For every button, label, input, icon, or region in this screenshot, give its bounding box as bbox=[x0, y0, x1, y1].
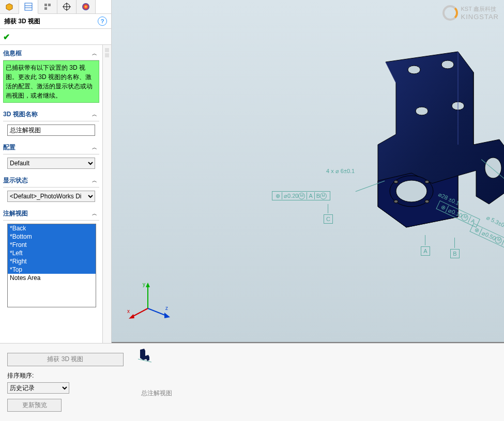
svg-rect-5 bbox=[44, 7, 47, 10]
mmc-modifier-icon: M bbox=[494, 236, 503, 244]
manager-tabstrip bbox=[0, 0, 111, 14]
section-info-header[interactable]: 信息框 ︿ bbox=[3, 47, 99, 60]
svg-point-17 bbox=[425, 180, 429, 183]
target-icon bbox=[62, 2, 71, 11]
list-item[interactable]: Notes Area bbox=[8, 274, 96, 282]
fcf-tolerance: ⌀0.20 bbox=[284, 193, 298, 199]
feature-control-frame-1: ⊕ ⌀0.20M A BM bbox=[272, 191, 330, 200]
panel-title: 捕获 3D 视图 bbox=[4, 17, 40, 26]
display-state-select[interactable]: <Default>_PhotoWorks Di bbox=[7, 191, 95, 202]
section-configuration-title: 配置 bbox=[3, 143, 16, 152]
list-item[interactable]: *Right bbox=[8, 257, 96, 266]
triad-x-label: x bbox=[127, 308, 130, 314]
watermark-line1: KST 鑫辰科技 bbox=[461, 5, 499, 13]
property-manager-panel: 捕获 3D 视图 ? ✔ 信息框 ︿ 已捕获带有以下设置的 3D 视图。更改此 … bbox=[0, 0, 112, 343]
gutter-square-icon bbox=[105, 53, 109, 57]
view-orientation-triad: y x z bbox=[127, 280, 174, 326]
datum-label: A bbox=[421, 246, 430, 256]
section-display-state: 显示状态 ︿ <Default>_PhotoWorks Di bbox=[3, 174, 99, 202]
svg-marker-25 bbox=[146, 283, 150, 287]
configuration-select[interactable]: Default bbox=[7, 158, 95, 169]
tab-configuration-manager[interactable] bbox=[38, 0, 57, 13]
section-info-title: 信息框 bbox=[3, 49, 22, 58]
appearance-icon bbox=[81, 2, 90, 11]
svg-point-20 bbox=[485, 158, 501, 178]
part-model bbox=[355, 41, 504, 238]
svg-point-18 bbox=[394, 200, 398, 203]
property-icon bbox=[24, 2, 33, 11]
svg-rect-3 bbox=[44, 4, 47, 6]
datum-label: B bbox=[450, 249, 460, 258]
svg-point-19 bbox=[425, 200, 429, 203]
list-item[interactable]: *Bottom bbox=[8, 232, 96, 241]
svg-point-9 bbox=[82, 3, 89, 10]
section-view-name: 3D 视图名称 ︿ bbox=[3, 108, 99, 136]
svg-rect-4 bbox=[48, 4, 51, 6]
kingstar-logo-icon bbox=[442, 5, 458, 21]
view-name-input[interactable] bbox=[7, 124, 95, 136]
watermark-line2: KINGSTAR bbox=[461, 13, 499, 21]
mmc-modifier-icon: M bbox=[461, 213, 469, 222]
tab-property-manager[interactable] bbox=[19, 0, 38, 14]
triad-z-label: z bbox=[165, 305, 168, 311]
info-message: 已捕获带有以下设置的 3D 视图。更改此 3D 视图的名称、激活的配置、激活的显… bbox=[3, 60, 99, 103]
svg-point-11 bbox=[441, 60, 454, 69]
help-icon[interactable]: ? bbox=[98, 17, 107, 26]
chevron-up-icon: ︿ bbox=[92, 111, 99, 118]
section-view-name-header[interactable]: 3D 视图名称 ︿ bbox=[3, 108, 99, 121]
chevron-up-icon: ︿ bbox=[92, 50, 99, 57]
svg-marker-27 bbox=[129, 314, 134, 319]
capture-3d-view-button[interactable]: 捕获 3D 视图 bbox=[7, 353, 124, 366]
list-item[interactable]: *Front bbox=[8, 241, 96, 249]
ok-check-icon[interactable]: ✔ bbox=[3, 32, 10, 42]
preview-area: 总注解视图 bbox=[131, 344, 504, 421]
hole-callout-label: 4 x ⌀ 6±0.1 bbox=[326, 168, 355, 175]
mmc-modifier-icon: M bbox=[298, 193, 305, 199]
section-display-state-header[interactable]: 显示状态 ︿ bbox=[3, 174, 99, 188]
svg-rect-0 bbox=[25, 3, 32, 10]
fcf-datum: B bbox=[316, 193, 320, 199]
preview-caption: 总注解视图 bbox=[141, 389, 172, 398]
top-region: 捕获 3D 视图 ? ✔ 信息框 ︿ 已捕获带有以下设置的 3D 视图。更改此 … bbox=[0, 0, 504, 343]
list-item[interactable]: *Top bbox=[8, 266, 96, 274]
update-preview-button[interactable]: 更新预览 bbox=[7, 399, 62, 412]
section-annotation-views: 注解视图 ︿ *Back*Bottom*Front*Left*Right*Top… bbox=[3, 207, 99, 307]
fcf-datum: A bbox=[307, 192, 314, 199]
tab-display-manager[interactable] bbox=[77, 0, 96, 13]
svg-point-10 bbox=[408, 66, 420, 74]
panel-right-gutter[interactable] bbox=[102, 45, 111, 343]
cube-icon bbox=[5, 2, 14, 11]
annotation-views-listbox[interactable]: *Back*Bottom*Front*Left*Right*TopNotes A… bbox=[7, 224, 96, 307]
sort-order-select[interactable]: 历史记录 bbox=[7, 382, 69, 394]
app-root: 捕获 3D 视图 ? ✔ 信息框 ︿ 已捕获带有以下设置的 3D 视图。更改此 … bbox=[0, 0, 504, 421]
tab-dimxpert-manager[interactable] bbox=[57, 0, 77, 13]
graphics-viewport[interactable]: KST 鑫辰科技 KINGSTAR bbox=[112, 0, 504, 343]
datum-label: C bbox=[324, 214, 333, 224]
panel-scroll[interactable]: 信息框 ︿ 已捕获带有以下设置的 3D 视图。更改此 3D 视图的名称、激活的配… bbox=[0, 45, 102, 343]
svg-point-12 bbox=[416, 107, 428, 115]
panel-body-row: 信息框 ︿ 已捕获带有以下设置的 3D 视图。更改此 3D 视图的名称、激活的配… bbox=[0, 45, 111, 343]
chevron-up-icon: ︿ bbox=[92, 144, 99, 151]
bottom-bar: 捕获 3D 视图 排序顺序: 历史记录 更新预览 总注解视图 bbox=[0, 343, 504, 421]
list-item[interactable]: *Left bbox=[8, 249, 96, 257]
svg-point-15 bbox=[396, 180, 427, 202]
section-configuration-header[interactable]: 配置 ︿ bbox=[3, 141, 99, 154]
bottom-controls: 捕获 3D 视图 排序顺序: 历史记录 更新预览 bbox=[0, 344, 131, 421]
sort-order-label: 排序顺序: bbox=[7, 371, 124, 380]
tab-feature-manager[interactable] bbox=[0, 0, 19, 13]
datum-b-flag: B bbox=[450, 238, 460, 258]
triad-y-label: y bbox=[143, 282, 145, 287]
datum-c-flag: C bbox=[324, 204, 333, 224]
section-info: 信息框 ︿ 已捕获带有以下设置的 3D 视图。更改此 3D 视图的名称、激活的配… bbox=[3, 47, 99, 103]
list-item[interactable]: *Back bbox=[8, 224, 96, 232]
section-annotation-views-header[interactable]: 注解视图 ︿ bbox=[3, 207, 99, 221]
section-view-name-title: 3D 视图名称 bbox=[3, 110, 38, 119]
confirm-row: ✔ bbox=[0, 28, 111, 45]
chevron-up-icon: ︿ bbox=[92, 210, 99, 217]
svg-marker-29 bbox=[164, 313, 170, 318]
section-display-state-title: 显示状态 bbox=[3, 176, 28, 185]
gutter-square-icon bbox=[105, 48, 109, 52]
gtol-position-icon: ⊕ bbox=[274, 192, 282, 199]
svg-point-16 bbox=[394, 180, 398, 183]
config-icon bbox=[43, 2, 52, 11]
